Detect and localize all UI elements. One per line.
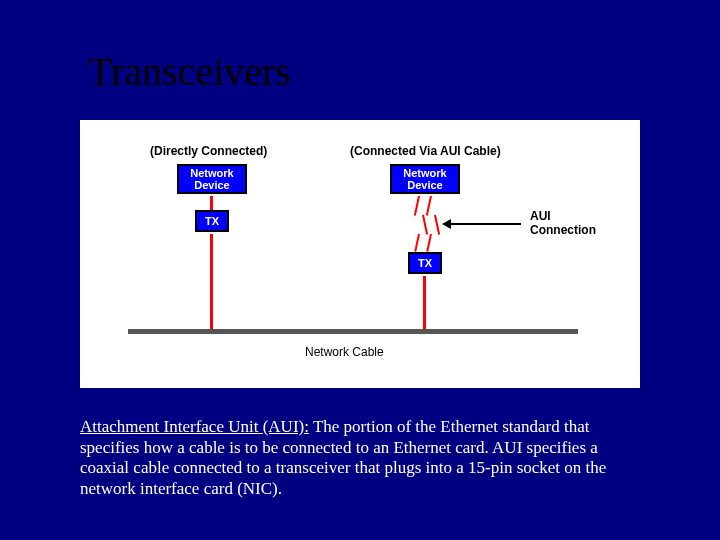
transceiver-diagram: (Directly Connected) (Connected Via AUI … (80, 120, 640, 388)
network-cable (128, 329, 578, 334)
aui-arrow-line (451, 223, 521, 225)
aui-wire-2b (434, 215, 440, 235)
aui-wire-1b (422, 215, 428, 235)
header-direct: (Directly Connected) (150, 144, 267, 158)
definition-term: Attachment Interface Unit (AUI): (80, 417, 309, 436)
aui-wire-1a (414, 196, 420, 216)
box-network-device-right: Network Device (390, 164, 460, 194)
network-cable-label: Network Cable (305, 345, 384, 359)
aui-annotation-text: AUI Connection (530, 210, 596, 238)
aui-arrow-head (442, 219, 451, 229)
slide-title: Transceivers (88, 48, 291, 95)
aui-wire-2c (426, 234, 432, 252)
aui-wire-1c (414, 234, 420, 252)
box-tx-right: TX (408, 252, 442, 274)
definition-paragraph: Attachment Interface Unit (AUI): The por… (80, 417, 645, 500)
aui-wire-2a (426, 196, 432, 216)
header-aui: (Connected Via AUI Cable) (350, 144, 501, 158)
connector-right (423, 276, 426, 329)
connector-left-2 (210, 234, 213, 329)
aui-annotation-line1: AUI (530, 210, 596, 224)
box-tx-left: TX (195, 210, 229, 232)
aui-annotation-line2: Connection (530, 224, 596, 238)
box-network-device-left: Network Device (177, 164, 247, 194)
connector-left-1 (210, 196, 213, 210)
